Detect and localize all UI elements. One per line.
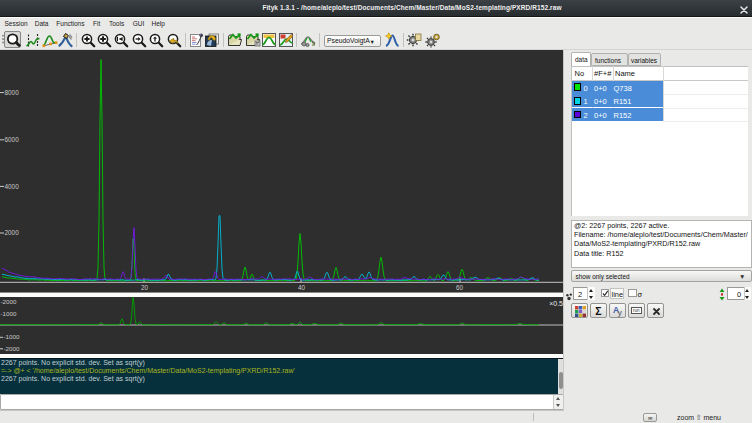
svg-text:2000: 2000 bbox=[5, 229, 20, 236]
svg-text:20: 20 bbox=[141, 284, 149, 291]
svg-text:60: 60 bbox=[456, 284, 464, 291]
svg-text:8000: 8000 bbox=[5, 89, 20, 96]
svg-text:40: 40 bbox=[298, 284, 306, 291]
svg-text:-2000: -2000 bbox=[1, 298, 17, 305]
svg-text:-1000: -1000 bbox=[1, 310, 17, 317]
svg-text:-2000: -2000 bbox=[4, 345, 20, 352]
svg-text:×0.5: ×0.5 bbox=[549, 300, 563, 307]
svg-text:-1000: -1000 bbox=[4, 333, 20, 340]
svg-text:6000: 6000 bbox=[5, 136, 20, 143]
svg-text:4000: 4000 bbox=[5, 183, 20, 190]
